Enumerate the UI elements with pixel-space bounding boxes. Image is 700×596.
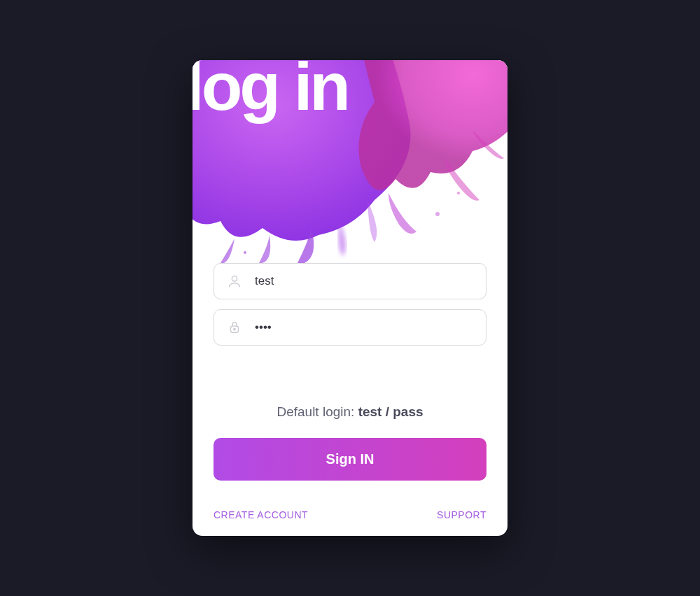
svg-point-5: [234, 329, 235, 330]
support-link[interactable]: SUPPORT: [437, 509, 486, 520]
username-input[interactable]: [255, 274, 473, 288]
svg-point-0: [435, 212, 440, 216]
footer-links: CREATE ACCOUNT SUPPORT: [192, 494, 507, 536]
svg-point-3: [232, 276, 237, 281]
page-title: log in: [192, 60, 348, 120]
login-card: log in Default login: test / pass Sign I…: [192, 60, 507, 536]
login-form: Default login: test / pass Sign IN: [192, 263, 507, 494]
lock-icon: [227, 320, 242, 335]
hint-credentials: test / pass: [358, 404, 424, 419]
password-field-wrap[interactable]: [214, 309, 486, 346]
svg-rect-4: [231, 326, 239, 332]
svg-point-1: [457, 192, 460, 194]
create-account-link[interactable]: CREATE ACCOUNT: [214, 509, 308, 520]
hero-banner: log in: [192, 60, 507, 263]
password-input[interactable]: [255, 320, 473, 334]
user-icon: [227, 274, 242, 289]
hint-label: Default login:: [276, 404, 358, 419]
default-login-hint: Default login: test / pass: [214, 404, 486, 420]
signin-button[interactable]: Sign IN: [214, 438, 486, 481]
username-field-wrap[interactable]: [214, 263, 486, 299]
svg-point-2: [244, 251, 246, 254]
